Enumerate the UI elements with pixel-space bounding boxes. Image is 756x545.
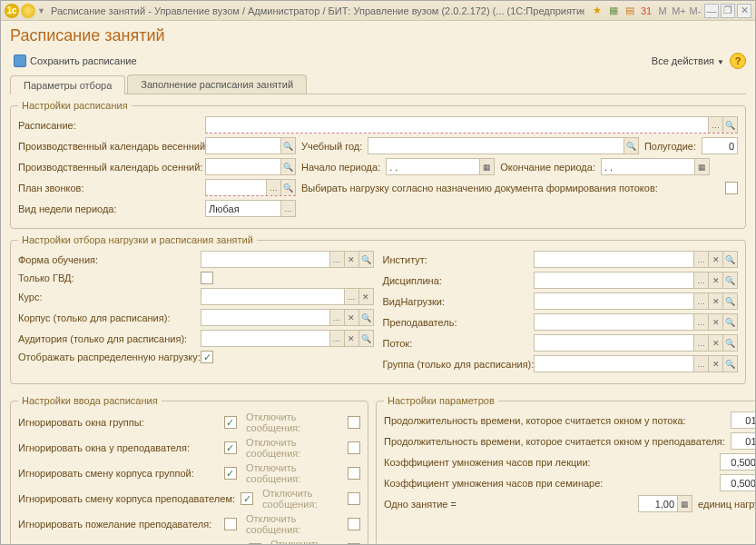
ellipsis-icon[interactable]: … [266,180,280,195]
potok-input[interactable]: …✕🔍 [534,334,739,352]
form-input[interactable]: …✕🔍 [201,251,374,268]
ig3-chk[interactable] [224,467,237,480]
m-icon[interactable]: M [655,4,670,18]
lookup-icon[interactable]: 🔍 [358,331,373,346]
mute6-label: Отключить сообщения: [270,539,342,544]
ellipsis-icon[interactable]: … [693,335,708,351]
fav-icon[interactable]: ★ [590,4,604,18]
ellipsis-icon[interactable]: … [693,314,708,330]
aud-input[interactable]: …✕🔍 [201,330,374,347]
close-button[interactable]: ✕ [737,4,751,18]
load-filter-group: Настройки отбора нагрузки и расписания з… [10,234,746,384]
kurs-input[interactable]: …✕ [201,288,374,305]
ellipsis-icon[interactable]: … [280,201,295,216]
minimize-button[interactable]: — [704,4,719,18]
lookup-icon[interactable]: 🔍 [722,272,737,288]
ellipsis-icon[interactable]: … [693,272,708,288]
ig6-chk[interactable] [249,543,261,544]
clear-icon[interactable]: ✕ [344,331,358,346]
lookup-icon[interactable]: 🔍 [722,117,737,133]
clear-icon[interactable]: ✕ [708,314,722,330]
m-plus-icon[interactable]: M+ [672,4,686,18]
prep-input[interactable]: …✕🔍 [534,313,739,331]
schedule-input[interactable]: …🔍 [205,116,738,134]
clear-icon[interactable]: ✕ [708,272,722,288]
calendar-icon[interactable]: ▦ [694,159,709,174]
lookup-icon[interactable]: 🔍 [280,159,295,174]
start-input[interactable]: . .▦ [386,158,495,175]
group-input[interactable]: …✕🔍 [534,355,739,372]
mute1-chk[interactable] [348,416,360,429]
ig4-chk[interactable] [241,492,253,505]
lookup-icon[interactable]: 🔍 [358,252,373,267]
lookup-icon[interactable]: 🔍 [722,293,737,309]
all-actions-button[interactable]: Все действия ▼ [652,55,724,66]
mute3-chk[interactable] [348,467,360,480]
ellipsis-icon[interactable]: … [329,252,344,267]
clear-icon[interactable]: ✕ [708,356,722,372]
maximize-button[interactable]: ❐ [721,4,735,18]
autumn-cal-input[interactable]: 🔍 [205,158,296,175]
mute5-chk[interactable] [348,518,360,530]
show-load-checkbox[interactable] [201,351,213,363]
inst-input[interactable]: …✕🔍 [534,251,739,268]
calendar-icon[interactable]: 31 [639,4,653,18]
spring-cal-input[interactable]: 🔍 [205,137,296,154]
ig5-chk[interactable] [224,518,237,530]
lookup-icon[interactable]: 🔍 [722,356,737,372]
ellipsis-icon[interactable]: … [708,117,722,133]
disc-input[interactable]: …✕🔍 [534,272,739,289]
lookup-icon[interactable]: 🔍 [722,252,737,267]
calc-icon[interactable]: ▦ [677,496,692,511]
lookup-icon[interactable]: 🔍 [358,310,373,325]
clear-icon[interactable]: ✕ [708,252,722,267]
lookup-icon[interactable]: 🔍 [280,138,295,154]
lookup-icon[interactable]: 🔍 [722,335,737,351]
lookup-icon[interactable]: 🔍 [280,180,295,195]
help-button[interactable]: ? [730,53,746,69]
end-input[interactable]: . .▦ [601,158,710,175]
tab-filter-params[interactable]: Параметры отбора [10,75,125,94]
history-icon[interactable]: ▦ [606,4,621,18]
ig2-chk[interactable] [224,441,237,454]
clear-icon[interactable]: ✕ [344,252,358,267]
clear-icon[interactable]: ✕ [344,310,358,325]
tab-fill-schedule[interactable]: Заполнение расписания занятий [127,74,307,94]
p2-input[interactable]: 01:30 [731,432,755,450]
load-checkbox[interactable] [725,182,738,194]
star-icon[interactable] [21,4,35,18]
gvd-checkbox[interactable] [201,272,213,284]
save-schedule-button[interactable]: Сохранить расписание [10,53,141,69]
p4-input[interactable]: 0,500▦ [720,474,755,491]
calendar-icon[interactable]: ▦ [479,159,494,174]
mute4-chk[interactable] [348,492,360,505]
vidn-input[interactable]: …✕🔍 [534,292,739,310]
plan-input[interactable]: …🔍 [205,179,296,196]
calc-icon[interactable]: ▤ [623,4,637,18]
clear-icon[interactable]: ✕ [708,293,722,309]
p1-input[interactable]: 01:30 [731,411,755,429]
p3-label: Коэффициент умножения часов при лекции: [384,457,714,468]
ellipsis-icon[interactable]: … [693,252,708,267]
mute6-chk[interactable] [348,543,360,544]
m-minus-icon[interactable]: M- [688,4,702,18]
ellipsis-icon[interactable]: … [329,310,344,325]
p3-input[interactable]: 0,500▦ [720,453,755,471]
ellipsis-icon[interactable]: … [693,293,708,309]
ellipsis-icon[interactable]: … [693,356,708,372]
ig1-chk[interactable] [224,416,237,429]
lookup-icon[interactable]: 🔍 [722,314,737,330]
dropdown-icon[interactable]: ▼ [37,6,45,15]
p5-input[interactable]: 1,00▦ [638,495,692,512]
lookup-icon[interactable]: 🔍 [623,138,638,154]
mute2-chk[interactable] [348,441,360,454]
ellipsis-icon[interactable]: … [344,289,358,304]
spring-cal-label: Производственный календарь весенний: [18,141,200,152]
clear-icon[interactable]: ✕ [358,289,373,304]
clear-icon[interactable]: ✕ [708,335,722,351]
halfyear-input[interactable]: 0 [702,137,738,154]
ellipsis-icon[interactable]: … [329,331,344,346]
year-input[interactable]: 🔍 [368,137,639,154]
korpus-input[interactable]: …✕🔍 [201,309,374,326]
week-input[interactable]: Любая… [205,200,296,217]
